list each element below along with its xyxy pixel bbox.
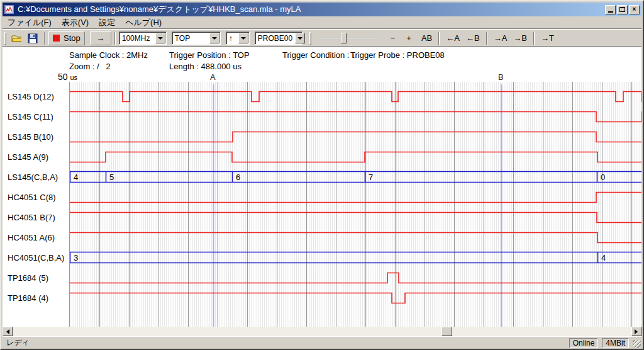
scroll-left-button[interactable]	[3, 327, 13, 336]
channel-label[interactable]: TP1684 (5)	[8, 273, 48, 283]
channel-label[interactable]: LS145 D(12)	[8, 92, 54, 102]
toolbar-grip[interactable]	[4, 32, 6, 45]
time-scale-label: 50 us	[58, 72, 77, 82]
goto-a-button[interactable]: ←A	[443, 31, 463, 45]
zoom-slider[interactable]	[318, 32, 376, 45]
ab-button[interactable]: AB	[418, 31, 435, 45]
info-zoom: Zoom : / 2	[69, 62, 111, 71]
info-trigger-probe: Trigger Probe : PROBE08	[350, 50, 445, 60]
close-button[interactable]: ×	[629, 5, 640, 14]
trigger-position-combo[interactable]: TOP	[172, 31, 221, 45]
channel-label[interactable]: LS145(C,B,A)	[8, 172, 58, 183]
close-icon: ×	[633, 6, 636, 13]
channel-label[interactable]: HC4051(C,B,A)	[8, 253, 64, 263]
channel-label[interactable]: LS145 A(9)	[8, 152, 48, 162]
goto-b-button[interactable]: ←B	[463, 31, 483, 45]
set-b-button[interactable]: →B	[510, 31, 530, 45]
channel-label[interactable]: HC4051 C(8)	[8, 193, 56, 203]
stop-icon	[53, 35, 60, 42]
signal-trace	[70, 112, 641, 122]
waveform-area: 50 us LS145 D(12)LS145 C(11)LS145 B(10)L…	[3, 82, 641, 327]
save-button[interactable]	[25, 31, 41, 45]
toolbar-grip[interactable]	[309, 32, 311, 45]
minimize-icon	[608, 11, 613, 13]
app-icon	[4, 4, 14, 14]
zoom-in-button[interactable]: +	[403, 31, 414, 45]
menu-settings[interactable]: 設定	[94, 16, 120, 30]
status-memory: 4MBit	[602, 338, 629, 348]
chevron-down-icon[interactable]	[209, 33, 219, 43]
signal-trace	[70, 213, 641, 223]
horizontal-scrollbar[interactable]	[3, 327, 641, 336]
save-floppy-icon	[28, 33, 38, 43]
signal-trace	[70, 152, 641, 162]
status-ready: レディ	[3, 337, 569, 348]
resize-grip-icon[interactable]	[633, 340, 641, 348]
bus-value: 7	[369, 172, 373, 182]
menu-help[interactable]: ヘルプ(H)	[120, 16, 167, 30]
toolbar-separator	[486, 32, 487, 45]
toolbar-separator	[438, 32, 440, 45]
stop-button[interactable]: Stop	[48, 31, 85, 45]
channel-label[interactable]: LS145 C(11)	[8, 112, 53, 122]
chevron-down-icon[interactable]	[295, 33, 305, 43]
run-arrow-icon: →	[96, 33, 104, 43]
window-title: C:¥Documents and Settings¥noname¥デスクトップ¥…	[18, 4, 604, 15]
maximize-button[interactable]	[617, 5, 628, 14]
open-file-button[interactable]	[8, 31, 25, 45]
channel-label[interactable]: TP1684 (4)	[8, 293, 48, 303]
signal-trace	[70, 233, 641, 243]
menu-file[interactable]: ファイル(F)	[3, 16, 57, 30]
status-online: Online	[569, 338, 599, 348]
toolbar-separator	[44, 32, 45, 45]
slider-thumb[interactable]	[341, 33, 347, 43]
channel-label[interactable]: LS145 B(10)	[8, 132, 53, 142]
capture-view: Sample Clock : 2MHz Trigger Position : T…	[3, 47, 641, 327]
bus-value: 4	[74, 172, 78, 182]
chevron-down-icon[interactable]	[155, 33, 165, 43]
signal-trace	[70, 92, 641, 102]
waveform-plot: 4567034	[70, 82, 641, 327]
waveform-grid[interactable]: 4567034	[69, 82, 641, 327]
info-trigger-position: Trigger Position : TOP	[169, 50, 250, 60]
bus-value: 5	[109, 172, 114, 182]
trigger-edge-combo[interactable]: ↑	[226, 31, 250, 45]
bus-value: 3	[74, 253, 78, 262]
maximize-icon	[619, 7, 625, 12]
scrollbar-track[interactable]	[13, 327, 631, 336]
info-sample-clock: Sample Clock : 2MHz	[69, 50, 148, 60]
marker-b-label: B	[498, 72, 504, 82]
set-a-button[interactable]: →A	[491, 31, 511, 45]
bus-value: 4	[601, 253, 606, 262]
title-bar[interactable]: C:¥Documents and Settings¥noname¥デスクトップ¥…	[3, 3, 641, 16]
probe-combo[interactable]: PROBE00	[255, 31, 303, 45]
info-length: Length : 488.000 us	[169, 62, 242, 71]
bus-value: 0	[601, 172, 605, 182]
toolbar: Stop → 100MHz TOP ↑ PROBE00 − + AB	[3, 30, 641, 47]
zoom-out-button[interactable]: −	[387, 31, 399, 45]
sample-clock-combo[interactable]: 100MHz	[119, 31, 167, 45]
app-window: C:¥Documents and Settings¥noname¥デスクトップ¥…	[0, 0, 644, 350]
menu-view[interactable]: 表示(V)	[57, 16, 94, 30]
signal-trace	[70, 193, 641, 203]
signal-trace	[70, 273, 641, 283]
channel-label[interactable]: HC4051 B(7)	[8, 213, 55, 223]
info-trigger-condition: Trigger Condition : ↓	[282, 50, 356, 60]
goto-t-button[interactable]: →T	[538, 31, 557, 45]
menu-bar: ファイル(F) 表示(V) 設定 ヘルプ(H)	[3, 16, 641, 29]
channel-label[interactable]: HC4051 A(6)	[8, 233, 55, 243]
arrow-left-icon	[4, 329, 9, 334]
bus-value: 6	[236, 172, 240, 182]
scrollbar-thumb[interactable]	[441, 327, 452, 336]
run-button[interactable]: →	[90, 31, 111, 45]
chevron-down-icon[interactable]	[238, 33, 248, 43]
signal-trace	[70, 293, 641, 303]
arrow-right-icon	[635, 329, 640, 334]
minimize-button[interactable]	[605, 5, 616, 14]
open-folder-icon	[11, 33, 21, 43]
signal-trace	[70, 132, 641, 142]
toolbar-separator	[533, 32, 535, 45]
toolbar-separator	[114, 32, 116, 45]
scroll-right-button[interactable]	[631, 327, 641, 336]
status-bar: レディ Online 4MBit	[3, 336, 641, 349]
